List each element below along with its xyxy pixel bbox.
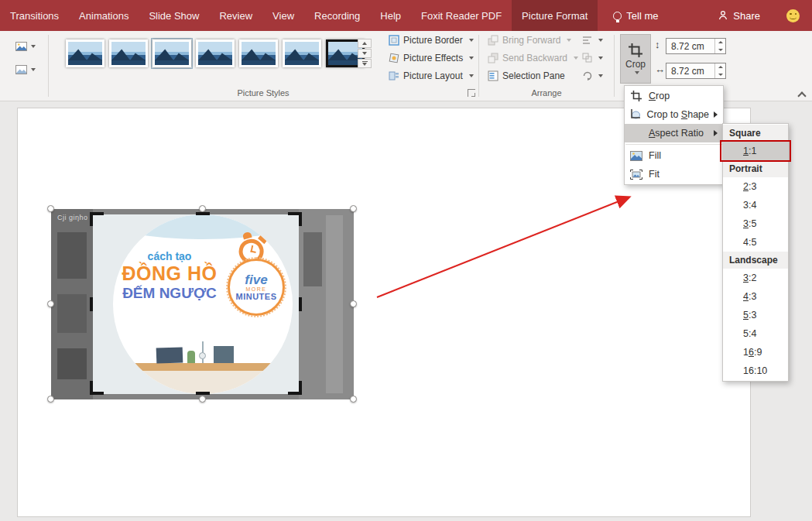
selected-picture[interactable]: Cji giηho cách tạo ĐỒNG HỒ ĐẾM NGƯỢC fiv… (51, 209, 354, 399)
change-picture-button[interactable] (12, 37, 39, 56)
selection-pane-icon (488, 70, 499, 81)
reset-picture-button[interactable] (12, 60, 39, 79)
menu-separator (625, 144, 722, 145)
annotation-highlight-box (720, 140, 791, 162)
tell-me[interactable]: Tell me (602, 0, 669, 31)
bring-forward-button: Bring Forward (485, 32, 574, 48)
aspect-item-16-10[interactable]: 16:10 (723, 362, 788, 380)
group-objects-button (579, 50, 606, 66)
width-spinner[interactable] (714, 63, 725, 78)
menu-item-fill[interactable]: Fill (625, 146, 723, 165)
share-label: Share (733, 10, 760, 22)
image-caption: cách tạo ĐỒNG HỒ ĐẾM NGƯỢC (115, 250, 224, 302)
picture-icon (15, 65, 27, 74)
shape-height-field[interactable]: 8.72 cm (666, 38, 726, 54)
picture-style-thumb-selected[interactable] (152, 39, 192, 68)
aspect-item-4-5[interactable]: 4:5 (723, 233, 788, 252)
fit-icon (630, 170, 642, 180)
chevron-down-icon (469, 57, 474, 60)
tab-slide-show[interactable]: Slide Show (139, 0, 209, 31)
gallery-scroll-down-button[interactable] (358, 49, 372, 58)
height-spinner[interactable] (714, 39, 725, 53)
tab-help[interactable]: Help (370, 0, 411, 31)
tab-review[interactable]: Review (209, 0, 262, 31)
selection-handle-bottom-right[interactable] (350, 396, 357, 403)
crop-button[interactable]: Crop (620, 34, 651, 84)
selection-handle-top-left[interactable] (47, 205, 54, 212)
align-icon (582, 35, 592, 45)
picture-style-thumb[interactable] (238, 39, 279, 68)
picture-border-button[interactable]: Picture Border (385, 32, 477, 48)
picture-icon (15, 42, 27, 51)
tab-animations[interactable]: Animations (69, 0, 139, 31)
menu-item-label: Aspect Ratio (649, 128, 709, 139)
crop-handle-left-middle[interactable] (90, 297, 93, 311)
lightbulb-icon (613, 12, 622, 20)
picture-style-thumb[interactable] (195, 39, 235, 68)
aspect-item-2-3[interactable]: 2:3 (723, 177, 788, 196)
crop-handle-bottom-left[interactable] (90, 381, 93, 395)
picture-styles-dialog-launcher[interactable] (468, 89, 475, 97)
tab-foxit-reader-pdf[interactable]: Foxit Reader PDF (411, 0, 512, 31)
crop-handle-bottom-right[interactable] (299, 381, 302, 395)
aspect-item-4-3[interactable]: 4:3 (723, 287, 788, 306)
feedback-smiley-icon[interactable] (786, 9, 800, 22)
chevron-down-icon (574, 57, 578, 60)
tab-recording[interactable]: Recording (304, 0, 370, 31)
align-button (579, 32, 606, 48)
share-button[interactable]: Share (708, 10, 769, 22)
selection-handle-bottom-center[interactable] (199, 396, 206, 403)
bring-forward-label: Bring Forward (502, 35, 560, 46)
crop-region[interactable]: cách tạo ĐỒNG HỒ ĐẾM NGƯỢC five MORE MIN… (93, 214, 299, 394)
selection-handle-top-right[interactable] (350, 205, 357, 212)
menu-item-crop[interactable]: Crop (625, 87, 723, 105)
selection-handle-bottom-left[interactable] (47, 396, 54, 403)
picture-layout-button[interactable]: Picture Layout (385, 67, 477, 84)
menu-item-label: Crop (649, 91, 718, 101)
selection-handle-middle-right[interactable] (350, 300, 357, 307)
bring-forward-icon (488, 35, 499, 46)
aspect-item-5-3[interactable]: 5:3 (723, 306, 788, 324)
rotate-button[interactable] (579, 67, 606, 84)
group-icon (582, 53, 592, 63)
send-backward-icon (488, 53, 499, 63)
menu-item-fit[interactable]: Fit (625, 165, 723, 183)
gallery-more-button[interactable] (358, 59, 372, 68)
gallery-scroll-up-button[interactable] (358, 39, 372, 48)
crop-handle-top-middle[interactable] (196, 212, 210, 215)
aspect-item-3-5[interactable]: 3:5 (723, 214, 788, 233)
aspect-item-3-4[interactable]: 3:4 (723, 196, 788, 214)
crop-dropdown-menu: Crop Crop to Shape Aspect Ratio Fill Fit (624, 85, 724, 185)
selection-handle-middle-left[interactable] (47, 300, 54, 307)
chevron-down-icon (469, 74, 474, 77)
crop-icon (631, 91, 642, 101)
menu-item-aspect-ratio[interactable]: Aspect Ratio (625, 124, 723, 142)
crop-handle-top-right[interactable] (299, 212, 302, 226)
selection-pane-button[interactable]: Selection Pane (485, 67, 568, 84)
tab-transitions[interactable]: Transitions (0, 0, 69, 31)
image-circle: cách tạo ĐỒNG HỒ ĐẾM NGƯỢC five MORE MIN… (113, 214, 293, 394)
title-bar: Transitions Animations Slide Show Review… (0, 0, 812, 31)
submenu-header-square: Square (723, 125, 788, 142)
submenu-header-landscape: Landscape (723, 252, 788, 269)
aspect-item-3-2[interactable]: 3:2 (723, 269, 788, 287)
menu-item-crop-to-shape[interactable]: Crop to Shape (625, 105, 723, 124)
tab-picture-format[interactable]: Picture Format (512, 0, 598, 31)
shape-width-field[interactable]: 8.72 cm (666, 63, 726, 79)
aspect-item-16-9[interactable]: 16:9 (723, 343, 788, 362)
badge-line-1: five (245, 273, 267, 287)
crop-handle-top-left[interactable] (90, 212, 93, 226)
picture-style-thumb[interactable] (282, 39, 322, 68)
picture-border-icon (389, 35, 399, 46)
picture-style-thumb[interactable] (65, 39, 105, 68)
crop-handle-right-middle[interactable] (299, 297, 302, 311)
crop-handle-bottom-middle[interactable] (196, 392, 210, 395)
picture-border-label: Picture Border (403, 35, 463, 46)
picture-style-thumb[interactable] (108, 39, 149, 68)
arrange-group-label: Arrange (481, 88, 612, 98)
picture-effects-button[interactable]: Picture Effects (385, 50, 477, 66)
tab-view[interactable]: View (262, 0, 304, 31)
selection-handle-top-center[interactable] (199, 205, 206, 212)
picture-effects-icon (389, 53, 399, 63)
aspect-item-5-4[interactable]: 5:4 (723, 324, 788, 343)
